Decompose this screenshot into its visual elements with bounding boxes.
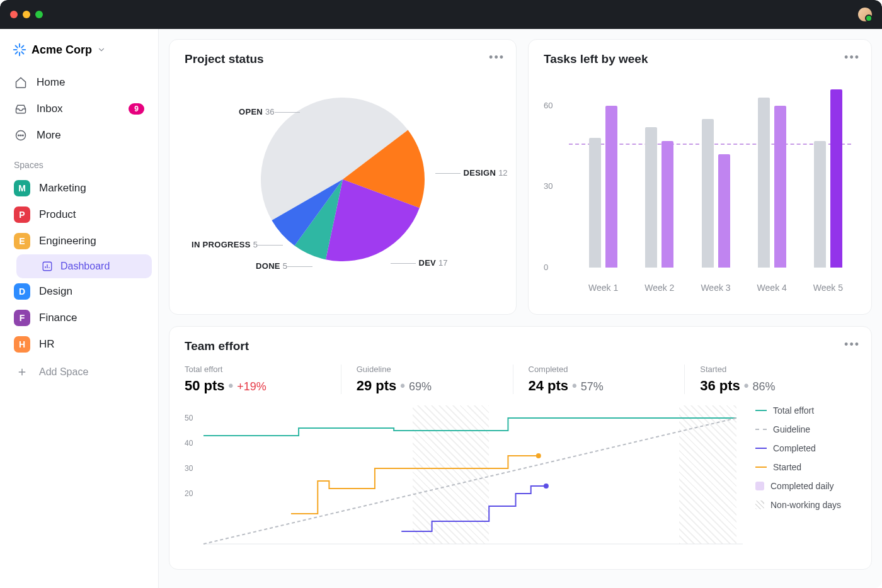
bar: [605, 106, 617, 268]
x-axis-label: Week 3: [687, 283, 743, 293]
stat-total-effort: Total effort 50 pts•+19%: [185, 365, 341, 394]
more-icon: [14, 128, 28, 142]
add-space-button[interactable]: Add Space: [6, 358, 152, 387]
svg-point-20: [544, 483, 549, 489]
card-project-status: Project status ••• OPEN36DESIGN12DEV17DO…: [169, 39, 517, 315]
y-axis-tick: 60: [544, 101, 553, 110]
nav-home[interactable]: Home: [6, 69, 152, 96]
sidebar-space-product[interactable]: PProduct: [6, 201, 152, 228]
window-maximize-icon[interactable]: [35, 11, 43, 18]
space-badge-icon: M: [14, 180, 30, 196]
svg-line-6: [16, 52, 18, 54]
card-tasks-by-week: Tasks left by week ••• 03060Week 1Week 2…: [528, 39, 872, 315]
x-axis-label: Week 4: [744, 283, 800, 293]
svg-point-9: [18, 135, 20, 136]
nav-more[interactable]: More: [6, 122, 152, 149]
sidebar-space-engineering[interactable]: EEngineering: [6, 228, 152, 254]
y-axis-tick: 30: [544, 181, 553, 191]
bar: [774, 106, 786, 268]
stat-started: Started 36 pts•86%: [685, 365, 856, 394]
bar: [589, 138, 601, 268]
bar: [718, 154, 730, 268]
effort-legend: Total effort Guideline Completed Started…: [743, 405, 856, 557]
traffic-lights: [10, 11, 43, 18]
home-icon: [14, 76, 28, 89]
svg-point-10: [20, 135, 21, 136]
card-menu-button[interactable]: •••: [844, 338, 860, 351]
bar: [702, 119, 714, 268]
inbox-icon: [14, 102, 28, 116]
card-team-effort: Team effort ••• Total effort 50 pts•+19%…: [169, 326, 872, 570]
y-axis-tick: 0: [544, 263, 548, 272]
bar: [645, 127, 657, 268]
svg-point-19: [536, 453, 541, 458]
pie-slice-label: DONE5: [218, 261, 287, 271]
stat-guideline: Guideline 29 pts•69%: [341, 365, 513, 394]
space-badge-icon: D: [14, 283, 30, 300]
window-titlebar: [0, 0, 882, 29]
stat-completed: Completed 24 pts•57%: [513, 365, 685, 394]
user-avatar[interactable]: [858, 8, 872, 21]
card-title: Team effort: [185, 339, 856, 353]
space-badge-icon: P: [14, 206, 30, 223]
card-menu-button[interactable]: •••: [844, 51, 860, 64]
effort-line-chart: 20304050: [185, 405, 743, 557]
window-minimize-icon[interactable]: [23, 11, 30, 18]
window-close-icon[interactable]: [10, 11, 18, 18]
svg-line-4: [16, 46, 18, 48]
pie-slice-label: DESIGN12: [463, 168, 532, 178]
svg-point-11: [23, 135, 24, 136]
bar: [814, 141, 826, 268]
plus-icon: [14, 364, 30, 380]
org-switcher[interactable]: Acme Corp: [6, 38, 152, 62]
pie-slice-label: DEV17: [418, 258, 488, 268]
bar-chart: 03060Week 1Week 2Week 3Week 4Week 5: [544, 79, 856, 293]
x-axis-label: Week 1: [575, 283, 631, 293]
main-content: Project status ••• OPEN36DESIGN12DEV17DO…: [159, 29, 882, 588]
pie-chart: OPEN36DESIGN12DEV17DONE5IN PROGRESS5: [185, 66, 501, 293]
bar: [758, 98, 770, 268]
svg-line-5: [21, 52, 23, 54]
sidebar-dashboard[interactable]: Dashboard: [16, 254, 152, 278]
svg-line-7: [21, 46, 23, 48]
spaces-section-label: Spaces: [6, 149, 152, 175]
chevron-down-icon: [97, 45, 106, 54]
dashboard-icon: [42, 261, 53, 272]
pie-slice-label: IN PROGRESS5: [188, 240, 258, 249]
sidebar: Acme Corp Home Inbox 9 More Spaces MMark…: [0, 29, 159, 588]
pie-slice-label: OPEN36: [205, 107, 275, 116]
bar: [662, 141, 673, 268]
space-badge-icon: E: [14, 233, 30, 249]
sidebar-space-finance[interactable]: FFinance: [6, 305, 152, 331]
nav-inbox[interactable]: Inbox 9: [6, 96, 152, 122]
sidebar-space-design[interactable]: DDesign: [6, 278, 152, 305]
inbox-badge: 9: [129, 103, 144, 115]
space-badge-icon: H: [14, 336, 30, 353]
sidebar-space-marketing[interactable]: MMarketing: [6, 175, 152, 201]
x-axis-label: Week 5: [800, 283, 856, 293]
app-logo-icon: [13, 43, 26, 57]
sidebar-space-hr[interactable]: HHR: [6, 331, 152, 358]
space-badge-icon: F: [14, 310, 30, 326]
x-axis-label: Week 2: [631, 283, 687, 293]
card-title: Tasks left by week: [544, 52, 856, 66]
org-name: Acme Corp: [32, 43, 92, 57]
bar: [830, 89, 842, 268]
